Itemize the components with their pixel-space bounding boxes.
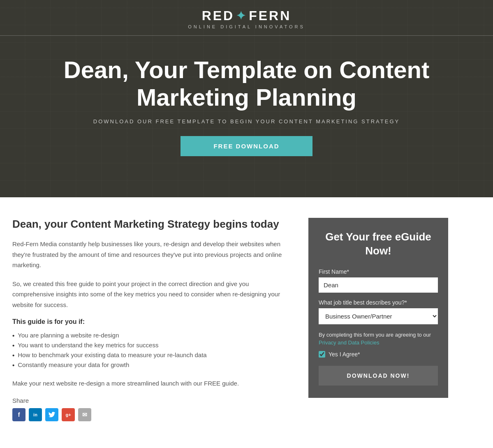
content-para2: So, we created this free guide to point … xyxy=(12,279,292,310)
agree-text: By completing this form you are agreeing… xyxy=(319,331,438,347)
bullet-icon: • xyxy=(12,342,14,349)
list-item: • You want to understand the key metrics… xyxy=(12,340,292,350)
bullet-icon: • xyxy=(12,352,14,359)
list-item: • How to benchmark your existing data to… xyxy=(12,350,292,360)
logo-brand2: FERN xyxy=(249,8,291,23)
job-title-select[interactable]: Business Owner/Partner Marketing Manager… xyxy=(319,308,438,324)
bullet-icon: • xyxy=(12,362,14,369)
googleplus-share-button[interactable]: g+ xyxy=(62,408,75,421)
logo-brand: RED xyxy=(202,8,235,23)
agree-text-before: By completing this form you are agreeing… xyxy=(319,332,431,338)
content-heading: Dean, your Content Marketing Strategy be… xyxy=(12,218,292,231)
left-column: Dean, your Content Marketing Strategy be… xyxy=(12,218,308,421)
form-card: Get Your free eGuide Now! First Name* Wh… xyxy=(308,218,448,398)
form-card-title: Get Your free eGuide Now! xyxy=(319,230,438,258)
agree-check-label: Yes I Agree* xyxy=(329,351,360,358)
share-icons-row: f in g+ ✉ xyxy=(12,408,292,421)
logo: RED ✦ FERN xyxy=(202,8,292,23)
logo-dash: ✦ xyxy=(236,9,247,23)
first-name-input[interactable] xyxy=(319,277,438,293)
hero-title: Dean, Your Template on Content Marketing… xyxy=(62,56,432,111)
email-share-button[interactable]: ✉ xyxy=(78,408,91,421)
first-name-label: First Name* xyxy=(319,268,438,275)
guide-item-2: You want to understand the key metrics f… xyxy=(18,342,158,349)
linkedin-share-button[interactable]: in xyxy=(29,408,42,421)
content-para1: Red-Fern Media constantly help businesse… xyxy=(12,239,292,270)
agree-checkbox[interactable] xyxy=(319,351,325,358)
logo-tagline: ONLINE DIGITAL INNOVATORS xyxy=(188,24,305,29)
list-item: • Constantly measure your data for growt… xyxy=(12,360,292,370)
guide-heading: This guide is for you if: xyxy=(12,318,292,326)
hero-subtitle: DOWNLOAD OUR FREE TEMPLATE TO BEGIN YOUR… xyxy=(93,118,400,125)
guide-item-1: You are planning a website re-design xyxy=(18,332,119,339)
hero-section: RED ✦ FERN ONLINE DIGITAL INNOVATORS Dea… xyxy=(0,0,493,197)
hero-content: Dean, Your Template on Content Marketing… xyxy=(62,36,432,156)
facebook-share-button[interactable]: f xyxy=(12,408,25,421)
free-download-button[interactable]: FREE DOWNLOAD xyxy=(181,136,312,156)
bullet-icon: • xyxy=(12,332,14,339)
right-column: Get Your free eGuide Now! First Name* Wh… xyxy=(308,218,448,421)
list-item: • You are planning a website re-design xyxy=(12,330,292,340)
job-title-label: What job title best describes you?* xyxy=(319,299,438,306)
privacy-policy-link[interactable]: Privacy and Data Policies xyxy=(319,339,379,346)
agree-row: Yes I Agree* xyxy=(319,351,438,358)
share-label: Share xyxy=(12,397,292,404)
closing-para: Make your next website re-design a more … xyxy=(12,378,292,389)
guide-item-3: How to benchmark your existing data to m… xyxy=(18,351,206,358)
guide-list: • You are planning a website re-design •… xyxy=(12,330,292,370)
main-content: Dean, your Content Marketing Strategy be… xyxy=(0,197,493,442)
guide-item-4: Constantly measure your data for growth xyxy=(18,361,129,368)
twitter-bird-icon xyxy=(49,412,55,418)
twitter-share-button[interactable] xyxy=(45,408,58,421)
navbar: RED ✦ FERN ONLINE DIGITAL INNOVATORS xyxy=(0,0,493,36)
download-now-button[interactable]: DOWNLOAD NOW! xyxy=(319,366,438,386)
